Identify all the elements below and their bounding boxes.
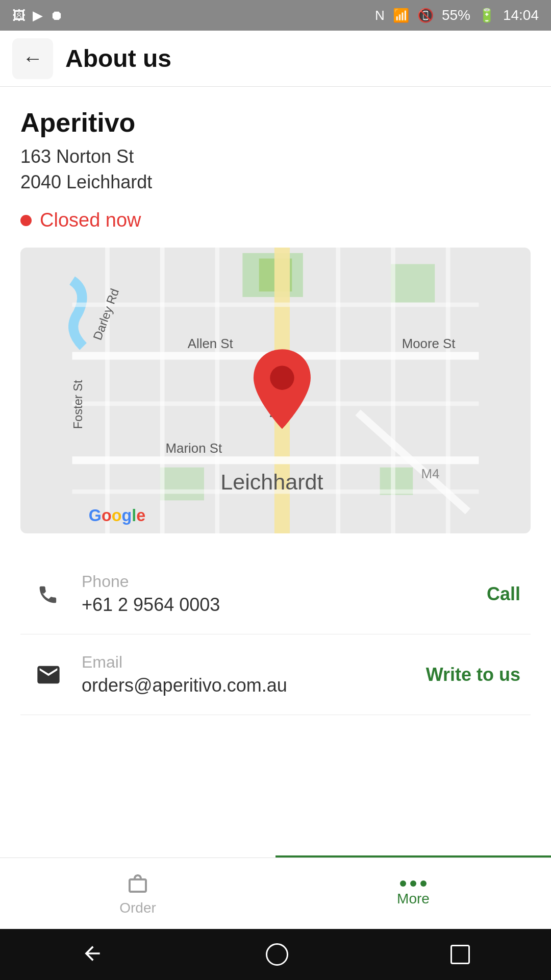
circle-icon: ⏺ [50, 8, 63, 23]
map-svg: Darley Rd Allen St Moore St Marion St Fo… [20, 248, 531, 533]
svg-text:Foster St: Foster St [71, 380, 85, 429]
email-contact-item: Email orders@aperitivo.com.au Write to u… [20, 634, 531, 715]
closed-dot-icon [20, 215, 32, 226]
business-name: Aperitivo [20, 107, 531, 138]
signal-off-icon: 📵 [417, 8, 434, 23]
email-info: Email orders@aperitivo.com.au [82, 653, 426, 696]
write-to-us-button[interactable]: Write to us [426, 664, 520, 685]
status-right: N 📶 📵 55% 🔋 14:04 [375, 7, 539, 23]
image-icon: 🖼 [12, 8, 26, 23]
svg-point-28 [270, 366, 294, 390]
svg-text:Allen St: Allen St [188, 336, 233, 351]
battery-icon: 🔋 [479, 8, 495, 23]
android-home-button[interactable] [266, 943, 288, 966]
svg-rect-3 [391, 264, 435, 302]
status-left: 🖼 ▶ ⏺ [12, 8, 63, 23]
nav-item-more[interactable]: More [276, 858, 551, 929]
phone-value: +61 2 9564 0003 [82, 594, 487, 616]
page-title: About us [65, 44, 171, 72]
nfc-icon: N [375, 8, 385, 23]
wifi-icon: 📶 [393, 8, 409, 23]
phone-label: Phone [82, 572, 487, 591]
business-info: Aperitivo 163 Norton St 2040 Leichhardt [20, 107, 531, 193]
svg-text:M4: M4 [421, 467, 439, 481]
nav-item-order[interactable]: Order [0, 858, 276, 929]
battery-text: 55% [442, 7, 470, 23]
svg-text:Marion St: Marion St [166, 441, 222, 455]
phone-contact-item: Phone +61 2 9564 0003 Call [20, 554, 531, 634]
bottom-nav: Order More [0, 857, 551, 929]
back-arrow-icon: ← [22, 47, 43, 70]
main-content: Aperitivo 163 Norton St 2040 Leichhardt … [0, 87, 551, 855]
dot-2 [410, 880, 416, 887]
contact-section: Phone +61 2 9564 0003 Call Email orders@… [20, 554, 531, 715]
closed-status: Closed now [40, 209, 141, 231]
play-icon: ▶ [33, 8, 43, 23]
email-value: orders@aperitivo.com.au [82, 675, 426, 696]
android-nav-bar [0, 929, 551, 980]
address-line-2: 2040 Leichhardt [20, 172, 531, 193]
phone-icon [31, 576, 66, 612]
order-nav-label: Order [119, 900, 156, 916]
time-text: 14:04 [503, 7, 539, 23]
android-recents-button[interactable] [450, 945, 470, 964]
phone-info: Phone +61 2 9564 0003 [82, 572, 487, 616]
android-back-button[interactable] [81, 942, 104, 967]
dots-icon [400, 880, 427, 887]
header: ← About us [0, 31, 551, 87]
email-icon [31, 657, 66, 693]
more-nav-label: More [397, 891, 430, 907]
bag-icon [126, 871, 150, 896]
status-bar: 🖼 ▶ ⏺ N 📶 📵 55% 🔋 14:04 [0, 0, 551, 31]
email-label: Email [82, 653, 426, 672]
address-line-1: 163 Norton St [20, 146, 531, 167]
dot-3 [420, 880, 427, 887]
dot-1 [400, 880, 406, 887]
svg-text:Google: Google [89, 506, 145, 525]
call-button[interactable]: Call [487, 583, 520, 605]
svg-rect-15 [72, 303, 479, 307]
svg-text:Leichhardt: Leichhardt [220, 470, 323, 494]
svg-rect-5 [160, 468, 204, 501]
svg-text:Moore St: Moore St [402, 336, 456, 351]
back-button[interactable]: ← [12, 38, 53, 79]
status-row: Closed now [20, 209, 531, 231]
map-container[interactable]: Darley Rd Allen St Moore St Marion St Fo… [20, 248, 531, 533]
